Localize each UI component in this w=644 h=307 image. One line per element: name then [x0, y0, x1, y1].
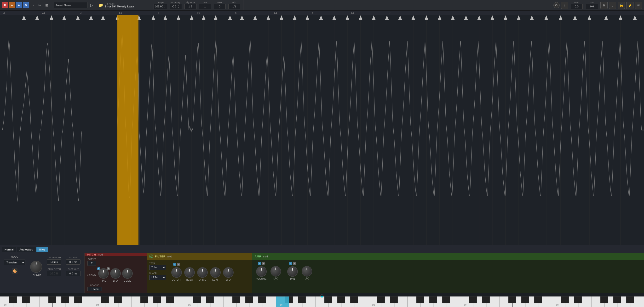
pitch-lfo-label: LFO	[113, 280, 118, 282]
octave-col: OCTAVE 2	[88, 258, 96, 266]
svg-text:C6: C6	[556, 304, 560, 307]
drive-label: DRIVE	[199, 279, 206, 281]
cutoff-knob[interactable]	[171, 267, 182, 278]
octave-label: OCTAVE	[88, 258, 96, 260]
amp-lfo2-knob[interactable]	[302, 266, 312, 277]
svg-marker-58	[176, 15, 180, 20]
filter-badge2: 2	[177, 263, 180, 266]
keyf-knob-col: KEYF	[210, 263, 221, 281]
tab-normal[interactable]: Normal	[2, 247, 16, 252]
lock-icon[interactable]: 🔒	[618, 2, 625, 9]
metronome-icon[interactable]: ♩	[609, 2, 616, 9]
norm-value[interactable]: 0.0	[571, 4, 583, 9]
type-select[interactable]: Tube	[149, 265, 166, 270]
gain-value[interactable]: 0.0	[586, 4, 598, 9]
coarse-value[interactable]: 0 semi	[88, 287, 102, 291]
volume-knob[interactable]	[256, 266, 267, 277]
fing-radio[interactable]: FING	[88, 274, 96, 276]
grid-catch-label: GRID CATCH	[48, 268, 60, 270]
filter-mod[interactable]: mod	[168, 255, 172, 258]
filter-header: ⏻ FILTER mod	[147, 253, 252, 260]
pitch-knob3[interactable]	[122, 268, 133, 279]
up-arrow-icon[interactable]: ↑	[561, 2, 568, 9]
coarse-col: COARSE 0 semi	[88, 284, 102, 291]
a-button[interactable]: A	[16, 2, 22, 8]
loop-icon[interactable]: ⟳	[554, 2, 560, 8]
reverse-icon[interactable]: Я	[600, 2, 608, 9]
root-key-arrows[interactable]: ▲ ▼	[178, 5, 179, 8]
svg-marker-85	[530, 15, 534, 20]
r-button[interactable]: R	[2, 2, 8, 8]
svg-marker-48	[35, 15, 39, 20]
min-length-param: MIN LENGTH 50 ms	[47, 257, 61, 265]
tempo-value[interactable]: 105.00 ▲ ▼	[154, 4, 167, 9]
svg-marker-53	[101, 15, 105, 20]
file-label: File Name	[105, 3, 134, 5]
pitch-mod[interactable]: mod	[98, 253, 102, 256]
fade-col: FADE-IN 0.0 ms FADE-OUT 0.0 ms	[66, 257, 80, 276]
svg-marker-72	[359, 15, 362, 20]
timeline-ruler[interactable]: 2 2.5 3 3.5 4 4.5 5 5.5 6 6.5 7	[0, 10, 644, 15]
slice-tool-icon[interactable]: ✂	[37, 2, 43, 8]
ruler-tick-4: 4	[158, 11, 159, 14]
pan-knob[interactable]	[287, 266, 298, 277]
beat-value[interactable]: 0	[214, 4, 226, 9]
preset-name-input[interactable]	[54, 2, 88, 8]
drive-knob[interactable]	[197, 267, 208, 278]
reso-label: RESO	[186, 279, 193, 281]
filter-power-btn[interactable]: ⏻	[149, 255, 153, 258]
amp-mod[interactable]: mod	[263, 255, 268, 258]
fing-radio-circle	[88, 274, 90, 276]
shape-label: SHAPE	[149, 272, 168, 274]
grid-value[interactable]: 1/1	[228, 4, 240, 9]
shape-select[interactable]: LP24	[149, 275, 166, 280]
min-length-value[interactable]: 50 ms	[47, 259, 61, 265]
thresh-knob[interactable]	[30, 261, 42, 273]
circle-button[interactable]: ○	[30, 2, 36, 8]
svg-marker-79	[451, 15, 455, 20]
tab-slice[interactable]: Slice	[36, 247, 48, 252]
fade-in-value[interactable]: 0.0 ms	[66, 259, 80, 265]
paint-icon[interactable]: 🎨	[12, 268, 18, 274]
svg-marker-52	[89, 15, 93, 20]
selected-region[interactable]	[118, 15, 138, 245]
waveform-canvas[interactable]	[0, 15, 644, 245]
mode-label: MODE	[11, 256, 18, 258]
waveform-center-line	[0, 130, 644, 130]
filter-knobs-row: 1 2 CUTOFF RESO DRIVE	[171, 262, 234, 281]
pattern-icon[interactable]: ≋	[635, 2, 642, 9]
mode-select[interactable]: Transient	[4, 260, 26, 265]
bolt-icon[interactable]: ⚡	[626, 2, 634, 9]
svg-marker-89	[588, 15, 591, 20]
root-key-value[interactable]: C 3 ▲ ▼	[170, 4, 182, 9]
fade-out-value[interactable]: 0.0 ms	[66, 271, 80, 276]
svg-marker-87	[559, 15, 562, 20]
preset-arrow-icon[interactable]: ▷	[88, 2, 95, 8]
svg-marker-49	[50, 15, 54, 20]
filter-lfo-knob[interactable]	[223, 267, 234, 278]
pan-col: 1 2 PAN	[287, 262, 298, 280]
fing-col: FING	[88, 274, 96, 276]
grid-catch-value[interactable]: 10.0 %	[47, 271, 61, 276]
tab-audiowarp[interactable]: AudioWarp	[17, 247, 36, 252]
svg-marker-73	[372, 15, 376, 20]
pitch-glide-label: GLIDE	[124, 280, 131, 282]
pitch-knob2-col: LFO	[110, 268, 121, 282]
filter-body: TYPE Tube SHAPE LP24	[147, 260, 252, 293]
octave-value[interactable]: 2	[88, 261, 96, 266]
filter-type-shape-col: TYPE Tube SHAPE LP24	[149, 262, 168, 280]
svg-marker-62	[228, 15, 232, 20]
amp-lfo-knob[interactable]	[270, 266, 281, 277]
b-button[interactable]: B	[23, 2, 29, 8]
bars-value[interactable]: 1	[199, 4, 211, 9]
grid-icon[interactable]: ⊞	[44, 2, 50, 8]
signature-value[interactable]: 1 2	[184, 4, 196, 9]
filter-lfo-label: LFO	[226, 279, 230, 281]
keyf-knob[interactable]	[210, 267, 221, 278]
folder-icon[interactable]: 📁	[98, 3, 103, 7]
reso-knob[interactable]	[184, 267, 195, 278]
w-button[interactable]: W	[9, 2, 15, 8]
pitch-knob2[interactable]	[110, 268, 121, 279]
svg-marker-81	[477, 15, 481, 20]
tempo-arrows[interactable]: ▲ ▼	[164, 5, 166, 8]
